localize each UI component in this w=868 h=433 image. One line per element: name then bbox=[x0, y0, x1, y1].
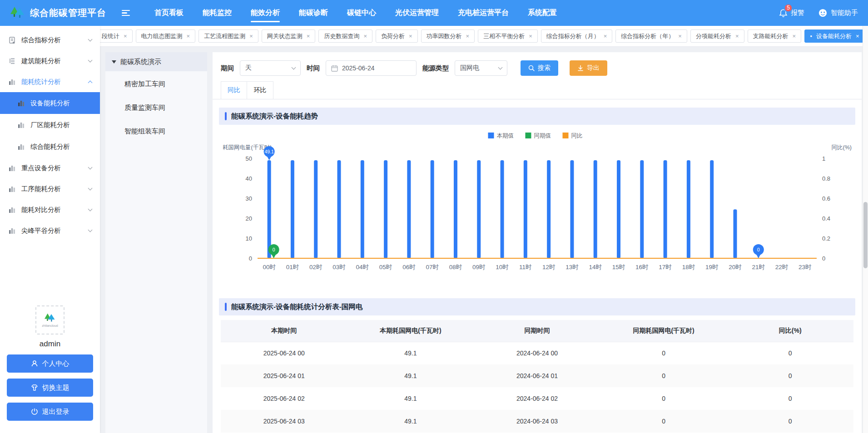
user-button-2[interactable]: 退出登录 bbox=[7, 403, 93, 421]
close-icon[interactable]: × bbox=[529, 33, 532, 39]
nav-item-2[interactable]: 能效分析 bbox=[250, 0, 281, 25]
open-tab-9[interactable]: 综合指标分析（年）× bbox=[615, 30, 687, 43]
svg-text:0.6: 0.6 bbox=[822, 195, 830, 202]
close-icon[interactable]: × bbox=[307, 33, 310, 39]
avatar[interactable]: zhitancloud bbox=[35, 305, 64, 335]
download-icon bbox=[577, 65, 584, 71]
nav-item-7[interactable]: 系统配置 bbox=[527, 0, 558, 25]
close-icon[interactable]: × bbox=[249, 33, 253, 39]
menu-collapse-icon[interactable] bbox=[119, 7, 133, 19]
sidebar-item-6[interactable]: 尖峰平谷分析 bbox=[0, 220, 100, 241]
compare-tab-1[interactable]: 环比 bbox=[247, 81, 273, 99]
close-icon[interactable]: × bbox=[604, 33, 607, 39]
user-icon bbox=[31, 360, 38, 367]
table-row[interactable]: 2025-06-24 0149.12024-06-24 0100 bbox=[221, 364, 853, 387]
open-tab-label: 支路能耗分析 bbox=[753, 32, 789, 40]
table-row[interactable]: 2025-06-24 0349.12024-06-24 0300 bbox=[221, 410, 853, 433]
svg-text:06时: 06时 bbox=[402, 264, 416, 271]
assistant-label: 智能助手 bbox=[831, 9, 858, 17]
close-icon[interactable]: × bbox=[466, 33, 470, 39]
table-section-header: 能碳系统演示-设备能耗统计分析表-国网电 bbox=[219, 298, 855, 315]
sidebar-item-4[interactable]: 工序能耗分析 bbox=[0, 178, 100, 199]
svg-text:10时: 10时 bbox=[496, 264, 509, 271]
export-button[interactable]: 导出 bbox=[570, 60, 607, 76]
nav-item-5[interactable]: 光伏运营管理 bbox=[394, 0, 440, 25]
search-button[interactable]: 搜索 bbox=[521, 60, 558, 76]
table-cell: 2024-06-24 02 bbox=[474, 387, 600, 410]
open-tab-5[interactable]: 负荷分析× bbox=[376, 30, 418, 43]
sidebar-subitem-2-2[interactable]: 综合能耗分析 bbox=[0, 136, 100, 157]
svg-text:09时: 09时 bbox=[472, 264, 486, 271]
table-cell: 2025-06-24 01 bbox=[221, 364, 347, 387]
sidebar-item-0[interactable]: 综合指标分析 bbox=[0, 30, 100, 50]
sidebar-item-label: 重点设备分析 bbox=[21, 164, 83, 172]
alarm-button[interactable]: 5 报警 bbox=[779, 9, 804, 18]
open-tab-label: 综合指标分析（月） bbox=[546, 32, 600, 40]
close-icon[interactable]: × bbox=[735, 33, 739, 39]
scrollbar-thumb[interactable] bbox=[863, 202, 868, 268]
date-value: 2025-06-24 bbox=[342, 64, 375, 72]
sidebar-item-1[interactable]: 建筑能耗分析 bbox=[0, 50, 100, 71]
svg-text:0: 0 bbox=[249, 255, 252, 262]
open-tab-11[interactable]: 支路能耗分析× bbox=[748, 30, 802, 43]
page-scrollbar[interactable] bbox=[863, 26, 868, 433]
energy-type-select[interactable]: 国网电 bbox=[455, 60, 507, 76]
date-picker[interactable]: 2025-06-24 bbox=[326, 60, 417, 76]
user-button-1[interactable]: 切换主题 bbox=[7, 379, 93, 397]
sidebar-item-5[interactable]: 能耗对比分析 bbox=[0, 199, 100, 220]
open-tab-4[interactable]: 历史数据查询× bbox=[318, 30, 372, 43]
nav-item-1[interactable]: 能耗监控 bbox=[202, 0, 233, 25]
open-tab-12[interactable]: ●设备能耗分析× bbox=[804, 30, 864, 43]
table-section-title: 能碳系统演示-设备能耗统计分析表-国网电 bbox=[231, 302, 362, 312]
sidebar-subitem-2-0[interactable]: 设备能耗分析 bbox=[0, 92, 100, 114]
open-tab-2[interactable]: 工艺流程图监测× bbox=[198, 30, 258, 43]
open-tab-6[interactable]: 功率因数分析× bbox=[421, 30, 475, 43]
calendar-icon bbox=[331, 65, 338, 72]
open-tab-1[interactable]: 电力组态图监测× bbox=[136, 30, 196, 43]
nav-item-6[interactable]: 充电桩运营平台 bbox=[457, 0, 510, 25]
nav-item-0[interactable]: 首页看板 bbox=[154, 0, 184, 25]
close-icon[interactable]: × bbox=[363, 33, 367, 39]
close-icon[interactable]: × bbox=[856, 33, 859, 39]
svg-text:20时: 20时 bbox=[729, 264, 742, 271]
open-tab-0[interactable]: 段统计× bbox=[100, 30, 133, 43]
table-column-header: 同期耗国网电(千瓦时) bbox=[600, 320, 727, 342]
open-tab-label: 综合指标分析（年） bbox=[621, 32, 674, 40]
open-tab-3[interactable]: 网关状态监测× bbox=[262, 30, 316, 43]
svg-text:49.1: 49.1 bbox=[264, 149, 274, 154]
tree-item-2[interactable]: 智能组装车间 bbox=[105, 120, 207, 142]
close-icon[interactable]: × bbox=[124, 33, 127, 39]
bars-icon bbox=[17, 99, 25, 107]
svg-text:40: 40 bbox=[246, 175, 252, 182]
table-cell: 0 bbox=[727, 387, 853, 410]
tree-item-1[interactable]: 质量监测车间 bbox=[105, 97, 207, 118]
open-tab-7[interactable]: 三相不平衡分析× bbox=[478, 30, 538, 43]
svg-text:本期值: 本期值 bbox=[497, 133, 514, 139]
user-button-0[interactable]: 个人中心 bbox=[7, 354, 93, 373]
svg-text:17时: 17时 bbox=[659, 264, 672, 271]
sidebar-subitem-label: 综合能耗分析 bbox=[30, 143, 70, 151]
open-tab-10[interactable]: 分项能耗分析× bbox=[690, 30, 744, 43]
filter-bar: 期间 天 时间 2025-06-24 bbox=[213, 52, 862, 79]
close-icon[interactable]: × bbox=[678, 33, 682, 39]
bars-icon bbox=[17, 121, 25, 129]
nav-item-3[interactable]: 能碳诊断 bbox=[298, 0, 329, 25]
tree-item-0[interactable]: 精密加工车间 bbox=[105, 73, 207, 95]
close-icon[interactable]: × bbox=[409, 33, 412, 39]
compare-tab-0[interactable]: 同比 bbox=[221, 81, 247, 99]
nav-item-4[interactable]: 碳链中心 bbox=[346, 0, 377, 25]
close-icon[interactable]: × bbox=[793, 33, 796, 39]
period-select[interactable]: 天 bbox=[240, 60, 301, 76]
open-tab-label: 历史数据查询 bbox=[324, 32, 359, 40]
doc-icon bbox=[8, 36, 16, 44]
sidebar-subitem-2-1[interactable]: 厂区能耗分析 bbox=[0, 114, 100, 136]
chevron-down-icon bbox=[88, 58, 93, 62]
sidebar-item-3[interactable]: 重点设备分析 bbox=[0, 157, 100, 178]
close-icon[interactable]: × bbox=[187, 33, 190, 39]
sidebar-item-2[interactable]: 能耗统计分析 bbox=[0, 71, 100, 92]
open-tab-8[interactable]: 综合指标分析（月）× bbox=[541, 30, 613, 43]
assistant-button[interactable]: 智能助手 bbox=[818, 8, 858, 18]
table-row[interactable]: 2025-06-24 0049.12024-06-24 0000 bbox=[221, 342, 853, 364]
table-row[interactable]: 2025-06-24 0249.12024-06-24 0200 bbox=[221, 387, 853, 410]
tree-root-node[interactable]: 能碳系统演示 bbox=[105, 52, 207, 71]
